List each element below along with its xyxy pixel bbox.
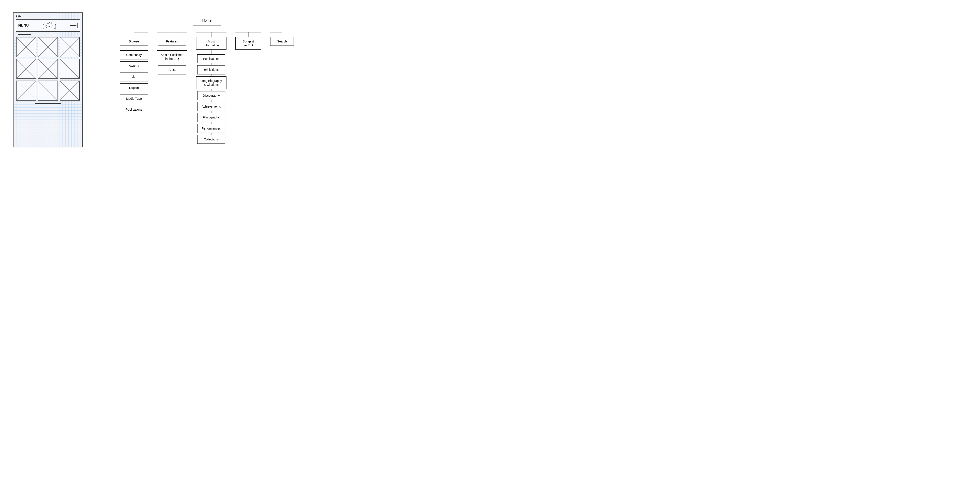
wireframe-cell-2 — [38, 37, 58, 57]
sitemap-featured: Featured — [158, 37, 186, 46]
wireframe-divider — [77, 23, 78, 28]
sitemap-publications: Publications — [197, 54, 225, 64]
sitemap-suggest-edit: Suggestan Edit — [235, 37, 261, 50]
sitemap-artist: Artist — [158, 65, 186, 74]
sitemap-filmography: Filmography — [197, 113, 225, 122]
sitemap-search: Search — [270, 37, 294, 46]
sitemap-community: Community — [120, 50, 148, 59]
sitemap-browse-publications: Publications — [120, 105, 148, 114]
sitemap-artist-information: ArtistInformation — [196, 37, 226, 50]
sitemap-region: Region — [120, 83, 148, 92]
wireframe-cell-4 — [16, 59, 36, 79]
wireframe-menu-label: MENU — [18, 23, 29, 28]
wireframe-cell-6 — [60, 59, 80, 79]
sitemap-list: List — [120, 72, 148, 81]
featured-children: Artists Publishedin the IAQ Artist — [157, 50, 187, 75]
wireframe-cell-3 — [60, 37, 80, 57]
wireframe-sub-bar — [18, 34, 31, 35]
sitemap: Home Browse — [100, 11, 313, 148]
columns-row: Browse Community Awards List Region Medi… — [120, 32, 294, 144]
root-v-connector — [207, 25, 207, 32]
browse-v-top — [134, 32, 134, 37]
artist-info-children: Publications Exhibitions Long Biography&… — [196, 54, 226, 144]
sitemap-performances: Performances — [197, 124, 225, 133]
wireframe-header: MENU LOGO — [16, 19, 80, 32]
browse-children: Community Awards List Region Media Type … — [120, 50, 148, 114]
sitemap-long-biography: Long Biography& Citations — [196, 76, 226, 89]
wireframe-grid — [16, 37, 80, 100]
wireframe-label: IAD — [16, 15, 80, 18]
wireframe-cell-7 — [16, 81, 36, 100]
sitemap-root: Home — [193, 16, 221, 25]
wireframe-search-area — [70, 23, 78, 28]
wireframe-cell-5 — [38, 59, 58, 79]
browse-column: Browse Community Awards List Region Medi… — [120, 32, 148, 114]
featured-column: Featured Artists Publishedin the IAQ Art… — [157, 32, 187, 75]
wireframe-search-line — [70, 25, 76, 26]
sitemap-discography: Discography — [197, 91, 225, 100]
sitemap-collections: Collections — [197, 135, 225, 144]
sitemap-achievements: Achievements — [197, 102, 225, 111]
wireframe-logo-text: LOGO — [47, 22, 52, 24]
sitemap-exhibitions: Exhibitions — [197, 65, 225, 74]
wireframe-footer-bar — [35, 103, 61, 104]
wireframe-sketch: IAD MENU LOGO — [13, 13, 83, 147]
sitemap-artists-published: Artists Publishedin the IAQ — [157, 50, 187, 64]
search-column: Search — [270, 32, 294, 46]
sitemap-awards: Awards — [120, 61, 148, 70]
wireframe-cell-9 — [60, 81, 80, 100]
suggest-edit-column: Suggestan Edit — [235, 32, 261, 50]
sitemap-media-type: Media Type — [120, 94, 148, 103]
branch-row: Browse Community Awards List Region Medi… — [120, 32, 294, 144]
wireframe-logo-area: LOGO — [31, 22, 67, 29]
wireframe-cell-8 — [38, 81, 58, 100]
wireframe-logo-image — [43, 24, 56, 29]
wireframe-cell-1 — [16, 37, 36, 57]
sitemap-browse: Browse — [120, 37, 148, 46]
artist-information-column: ArtistInformation Publications Exhibitio… — [196, 32, 226, 144]
